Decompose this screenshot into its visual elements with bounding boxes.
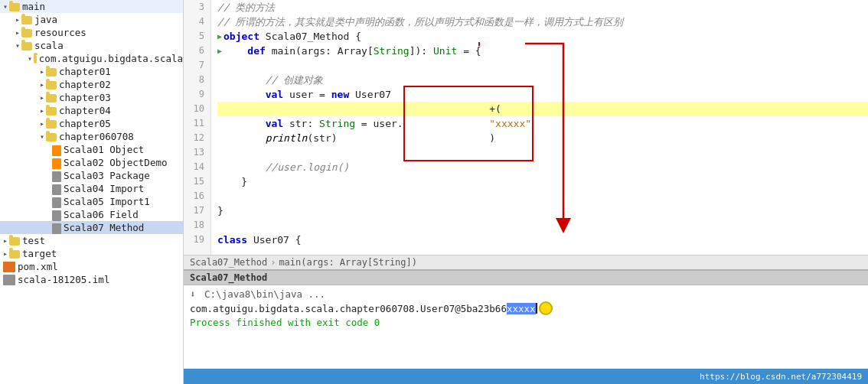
sidebar-item-sc03[interactable]: Scala03 Package xyxy=(0,169,183,182)
code-line-5: ▶ object Scala07_Method { xyxy=(217,29,868,44)
sidebar-item-test[interactable]: ▸ test xyxy=(0,234,183,247)
code-line-8: // 创建对象 xyxy=(217,73,868,87)
sidebar-label-target: target xyxy=(22,248,57,259)
code-line-18 xyxy=(217,218,868,233)
code-line-10 xyxy=(217,102,868,116)
run-indicator-6: ▶ xyxy=(217,44,222,58)
code-line-9: val user = new User07 xyxy=(217,87,868,102)
sidebar-label-sc02: Scala02 ObjectDemo xyxy=(64,157,167,168)
sidebar-item-ch04[interactable]: ▸ chapter04 xyxy=(0,104,183,117)
code-line-17: } xyxy=(217,203,868,218)
sidebar-label-scala: scala xyxy=(34,40,64,51)
code-line-14: //user.login() xyxy=(217,160,868,174)
sidebar-item-ch05[interactable]: ▸ chapter05 xyxy=(0,117,183,130)
line-numbers: 3 4 5 6 7 8 9 10 11 12 13 14 15 16 17 18… xyxy=(184,0,211,255)
code-container[interactable]: 3 4 5 6 7 8 9 10 11 12 13 14 15 16 17 18… xyxy=(184,0,868,255)
sidebar-item-ch02[interactable]: ▸ chapter02 xyxy=(0,78,183,91)
sidebar-label-resources: resources xyxy=(34,27,86,38)
sidebar-label-ch05: chapter05 xyxy=(59,118,111,129)
sidebar-item-ch0607[interactable]: ▾ chapter060708 xyxy=(0,130,183,143)
breadcrumb-file: Scala07_Method xyxy=(190,257,267,268)
code-line-4: // 所谓的方法，其实就是类中声明的函数，所以声明方式和函数是一样，调用方式上有… xyxy=(217,15,868,29)
success-line: Process finished with exit code 0 xyxy=(190,317,862,328)
sidebar-label-com: com.atguigu.bigdata.scala xyxy=(39,53,183,64)
sidebar-item-resources[interactable]: ▸ resources xyxy=(0,26,183,39)
bottom-content[interactable]: ⬇ C:\java8\bin\java ... com.atguigu.bigd… xyxy=(184,285,868,369)
sidebar-label-sc04: Scala04 Import xyxy=(64,183,144,194)
sidebar-item-ch01[interactable]: ▸ chapter01 xyxy=(0,65,183,78)
sidebar-label-sc01: Scala01 Object xyxy=(64,144,144,155)
sidebar-item-scala[interactable]: ▾ scala xyxy=(0,39,183,52)
sidebar-label-main: main xyxy=(22,1,45,12)
main-container: ▾ main ▸ java ▸ resources ▾ scala ▾ com.… xyxy=(0,0,868,384)
sidebar-item-sc07[interactable]: Scala07 Method xyxy=(0,221,183,234)
sidebar-label-ch02: chapter02 xyxy=(59,79,111,90)
run-command-line: ⬇ C:\java8\bin\java ... xyxy=(190,288,862,300)
run-icon: ⬇ xyxy=(190,288,196,300)
sidebar-item-ch03[interactable]: ▸ chapter03 xyxy=(0,91,183,104)
sidebar-label-sc03: Scala03 Package xyxy=(64,170,150,181)
sidebar-label-ch03: chapter03 xyxy=(59,92,111,103)
status-url: https://blog.csdn.net/a772304419 xyxy=(700,372,862,382)
code-line-16 xyxy=(217,189,868,203)
sidebar[interactable]: ▾ main ▸ java ▸ resources ▾ scala ▾ com.… xyxy=(0,0,184,384)
code-line-6: ▶ def main(args: Array[ String ]): Unit … xyxy=(217,44,868,58)
status-bar: https://blog.csdn.net/a772304419 xyxy=(184,369,868,384)
code-line-15: } xyxy=(217,174,868,189)
sidebar-item-iml[interactable]: scala-181205.iml xyxy=(0,273,183,286)
sidebar-label-sc05: Scala05 Import1 xyxy=(64,196,150,207)
success-text: Process finished with exit code 0 xyxy=(190,317,380,328)
code-line-12: println (str) xyxy=(217,131,868,145)
code-line-13 xyxy=(217,145,868,160)
code-line-7 xyxy=(217,58,868,73)
sidebar-item-com[interactable]: ▾ com.atguigu.bigdata.scala xyxy=(0,52,183,65)
sidebar-item-sc05[interactable]: Scala05 Import1 xyxy=(0,195,183,208)
code-line-19: class User07 { xyxy=(217,233,868,247)
output-line: com.atguigu.bigdata.scala.chapter060708.… xyxy=(190,301,862,315)
text-cursor xyxy=(536,303,537,314)
sidebar-item-sc02[interactable]: Scala02 ObjectDemo xyxy=(0,156,183,169)
sidebar-item-target[interactable]: ▸ target xyxy=(0,247,183,260)
sidebar-label-ch01: chapter01 xyxy=(59,66,111,77)
annotated-method-call: +( "xxxxx" ) xyxy=(403,86,534,161)
sidebar-item-sc01[interactable]: Scala01 Object xyxy=(0,143,183,156)
sidebar-label-ch04: chapter04 xyxy=(59,105,111,116)
code-line-3: // 类的方法 xyxy=(217,0,868,15)
code-lines-container: // 类的方法 // 所谓的方法，其实就是类中声明的函数，所以声明方式和函数是一… xyxy=(211,0,868,255)
editor-area: 3 4 5 6 7 8 9 10 11 12 13 14 15 16 17 18… xyxy=(184,0,868,384)
run-indicator-5: ▶ xyxy=(217,29,222,44)
code-line-11: val str: String = user. +( "xxxxx" ) xyxy=(217,116,868,131)
breadcrumb-bar: Scala07_Method › main(args: Array[String… xyxy=(184,255,868,269)
sidebar-item-main[interactable]: ▾ main xyxy=(0,0,183,13)
output-text-prefix: com.atguigu.bigdata.scala.chapter060708.… xyxy=(190,303,507,314)
bottom-panel: Scala07_Method ⬇ C:\java8\bin\java ... c… xyxy=(184,269,868,369)
sidebar-label-iml: scala-181205.iml xyxy=(18,274,109,285)
panel-title-bar: Scala07_Method xyxy=(184,271,868,285)
code-lines[interactable]: // 类的方法 // 所谓的方法，其实就是类中声明的函数，所以声明方式和函数是一… xyxy=(211,0,868,247)
sidebar-item-sc06[interactable]: Scala06 Field xyxy=(0,208,183,221)
sidebar-label-pom: pom.xml xyxy=(18,261,58,272)
sidebar-label-test: test xyxy=(22,235,45,246)
sidebar-item-sc04[interactable]: Scala04 Import xyxy=(0,182,183,195)
selected-output-text: xxxxx xyxy=(507,303,536,314)
yellow-indicator xyxy=(539,301,553,315)
sidebar-item-java[interactable]: ▸ java xyxy=(0,13,183,26)
breadcrumb-method: main(args: Array[String]) xyxy=(279,257,417,268)
sidebar-label-sc06: Scala06 Field xyxy=(64,209,139,220)
sidebar-item-pom[interactable]: pom.xml xyxy=(0,260,183,273)
sidebar-label-ch0607: chapter060708 xyxy=(59,131,134,142)
run-command-text: C:\java8\bin\java ... xyxy=(204,288,325,300)
sidebar-label-java: java xyxy=(34,14,57,25)
panel-title: Scala07_Method xyxy=(190,272,267,283)
breadcrumb-sep: › xyxy=(270,257,276,268)
sidebar-label-sc07: Scala07 Method xyxy=(64,222,144,233)
